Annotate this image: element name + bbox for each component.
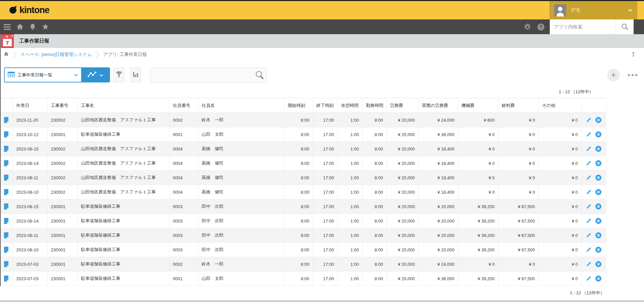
help-icon[interactable]: ? [536,22,545,32]
edit-record-button[interactable] [586,189,591,195]
edit-record-button[interactable] [586,132,591,137]
column-header-employeeNo[interactable]: 社員番号 [169,98,198,113]
edit-pencil-icon [586,161,591,166]
edit-record-button[interactable] [586,233,591,238]
breadcrumb-space-link[interactable]: スペース: [demo]日報管理システム [20,52,92,58]
delete-record-button[interactable] [595,261,601,267]
delete-record-button[interactable] [595,131,601,137]
column-header-endTime[interactable]: 終了時刻 [313,98,338,113]
cell-endTime: 17:00 [313,185,338,199]
delete-record-button[interactable] [595,276,601,282]
view-name: 工事作業日報一覧 [17,72,71,78]
filter-button[interactable] [113,67,124,82]
record-icon[interactable] [4,131,9,137]
column-header-machineCost[interactable]: 機械費 [458,98,498,113]
edit-record-button[interactable] [586,146,591,152]
favorites-star-icon[interactable] [41,22,50,32]
delete-record-button[interactable] [595,203,601,209]
add-record-button[interactable]: + [607,69,620,81]
column-header-projectName[interactable]: 工事名 [77,98,169,113]
cell-materialCost: ¥ 0 [498,171,538,185]
edit-record-button[interactable] [586,161,591,166]
view-selector: 工事作業日報一覧 [4,67,110,82]
breadcrumb-app-label: アプリ: 工事作業日報 [103,52,147,58]
edit-record-button[interactable] [586,117,591,123]
column-header-startTime[interactable]: 開始時刻 [284,98,313,113]
delete-record-button[interactable] [595,218,601,224]
gear-icon[interactable] [523,22,532,32]
column-header-materialCost[interactable]: 材料費 [498,98,538,113]
cell-actualLaborCost: ¥ 24,000 [418,113,458,127]
table-row: 2023-08-15230002山田地区農道整備 アスファルト工事0004高橋 … [0,142,606,156]
calendar-icon: 7 [2,35,13,47]
cell-actualLaborCost: ¥ 24,000 [418,257,458,271]
record-icon[interactable] [4,189,9,195]
record-icon[interactable] [4,117,9,123]
edit-record-button[interactable] [586,218,591,224]
cell-machineCost: ¥ 0 [458,257,498,271]
cell-laborCost: ¥ 20,000 [387,271,418,286]
record-icon[interactable] [4,203,9,209]
cell-projectName: 駐車場舗装修繕工事 [77,214,169,228]
column-header-workDate[interactable]: 作業日 [13,98,47,113]
app-title-bar: 7 工事作業日報 [0,34,644,48]
home-icon[interactable] [15,22,24,32]
kintone-logo[interactable]: kintone [9,5,49,15]
record-icon[interactable] [4,247,9,253]
record-icon[interactable] [4,218,9,224]
cell-projectNo: 230002 [47,171,77,185]
delete-record-button[interactable] [595,146,601,152]
column-header-workTime[interactable]: 勤務時間 [362,98,387,113]
cell-otherCost: ¥ 0 [538,156,581,171]
record-icon[interactable] [4,276,9,282]
delete-record-button[interactable] [595,247,601,253]
delete-record-button[interactable] [595,175,601,181]
record-search-input[interactable] [151,72,254,78]
app-icon[interactable]: 7 [1,34,14,48]
cell-breakTime: 1:00 [338,214,362,228]
column-header-laborCost[interactable]: 労務費 [387,98,418,113]
search-icon[interactable] [616,19,634,34]
table-row: 2023-08-10230002山田地区農道整備 アスファルト工事0004高橋 … [0,185,606,199]
record-icon[interactable] [4,146,9,152]
column-header-otherCost[interactable]: その他 [538,98,581,113]
delete-record-button[interactable] [595,160,601,166]
column-header-employeeName[interactable]: 社員名 [198,98,284,113]
search-icon[interactable] [254,70,265,80]
delete-circle-x-icon [595,247,601,253]
delete-record-button[interactable] [595,117,601,123]
record-icon[interactable] [4,261,9,267]
column-header-actualLaborCost[interactable]: 実際の労務費 [418,98,458,113]
cell-workDate: 2023-07-03 [13,257,47,271]
record-icon-column-header [0,98,13,113]
pin-icon[interactable] [631,52,635,58]
edit-record-button[interactable] [586,261,591,267]
in-app-search-input[interactable] [550,19,616,34]
column-header-projectNo[interactable]: 工事番号 [47,98,77,113]
chart-button[interactable] [130,67,141,82]
cell-actualLaborCost: ¥ 18,400 [418,171,458,185]
record-icon[interactable] [4,160,9,166]
view-select-dropdown[interactable]: 工事作業日報一覧 [5,68,81,82]
cell-actualLaborCost: ¥ 20,000 [418,214,458,228]
breadcrumb-home-icon[interactable] [3,51,9,58]
cell-employeeName: 田中 次郎 [198,243,284,257]
edit-record-button[interactable] [586,204,591,209]
cell-employeeName: 山田 太郎 [198,127,284,142]
edit-record-button[interactable] [586,247,591,252]
column-header-breakTime[interactable]: 休憩時間 [338,98,362,113]
graph-view-button[interactable] [81,68,109,82]
delete-record-button[interactable] [595,189,601,195]
edit-pencil-icon [586,247,591,252]
more-options-button[interactable] [627,70,639,80]
edit-record-button[interactable] [586,175,591,180]
edit-record-button[interactable] [586,276,591,281]
delete-record-button[interactable] [595,232,601,238]
cell-machineCost: ¥ 0 [458,142,498,156]
record-icon[interactable] [4,232,9,238]
cell-workDate: 2023-08-15 [13,142,47,156]
hamburger-menu-icon[interactable] [3,22,12,32]
user-menu[interactable]: デモ [549,1,637,19]
record-icon[interactable] [4,175,9,181]
notifications-bell-icon[interactable] [28,22,37,32]
